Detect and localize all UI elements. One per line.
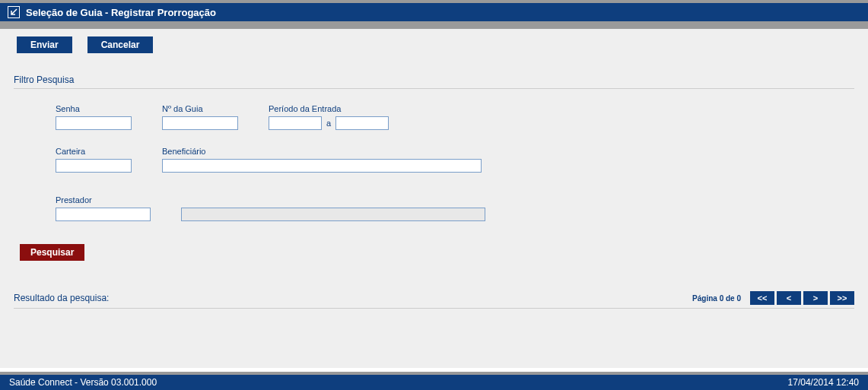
page-last-button[interactable]: >> (830, 291, 854, 305)
carteira-label: Carteira (56, 147, 132, 156)
page-next-button[interactable]: > (803, 291, 828, 305)
page-prev-button[interactable]: < (777, 291, 801, 305)
page-first-button[interactable]: << (750, 291, 774, 305)
periodo-to-input[interactable] (335, 116, 389, 130)
enviar-button[interactable]: Enviar (17, 36, 72, 53)
footer-datetime: 17/04/2014 12:40 (788, 377, 859, 388)
cancelar-button[interactable]: Cancelar (87, 36, 154, 53)
prestador-label: Prestador (56, 195, 151, 205)
guia-label: Nº da Guia (162, 104, 238, 113)
beneficiario-label: Beneficiário (162, 147, 482, 156)
beneficiario-input[interactable] (162, 159, 482, 173)
page-info: Página 0 de 0 (692, 294, 741, 303)
periodo-from-input[interactable] (269, 116, 322, 130)
senha-label: Senha (56, 104, 132, 113)
status-bar: Saúde Connect - Versão 03.001.000 17/04/… (0, 372, 868, 390)
pesquisar-button[interactable]: Pesquisar (20, 244, 84, 261)
window-title: Seleção de Guia - Registrar Prorrogação (26, 7, 216, 18)
prestador-code-input[interactable] (56, 208, 151, 221)
prestador-name-input[interactable] (181, 208, 485, 221)
sub-header-bar (0, 21, 868, 29)
carteira-input[interactable] (56, 159, 132, 173)
senha-input[interactable] (56, 116, 132, 130)
periodo-separator: a (326, 119, 331, 128)
arrow-down-left-icon (8, 6, 20, 18)
filter-section-title: Filtro Pesquisa (14, 75, 854, 89)
results-title: Resultado da pesquisa: (14, 293, 109, 303)
guia-input[interactable] (162, 116, 238, 130)
window-header: Seleção de Guia - Registrar Prorrogação (0, 3, 868, 21)
footer-version: Saúde Connect - Versão 03.001.000 (9, 377, 157, 388)
periodo-label: Período da Entrada (269, 104, 389, 113)
